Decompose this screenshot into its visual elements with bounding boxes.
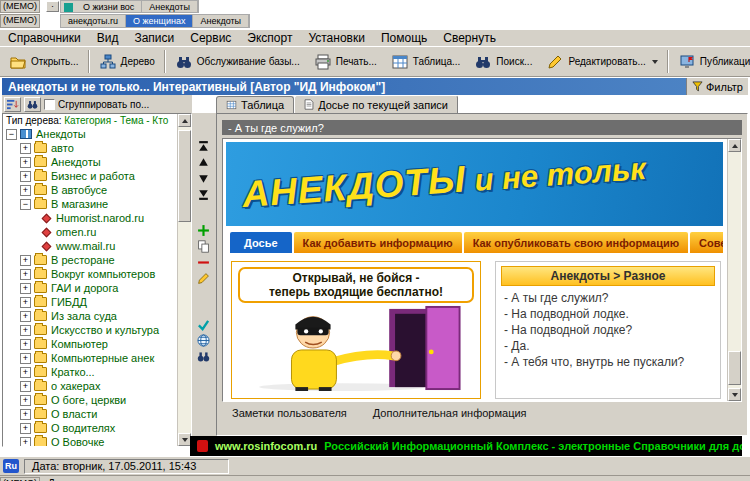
tree-item[interactable]: ГИБДД — [3, 295, 191, 309]
tree-item[interactable]: О Вовочке — [3, 435, 191, 447]
menu-servis[interactable]: Сервис — [182, 31, 239, 45]
menu-svernut[interactable]: Свернуть — [435, 31, 504, 45]
sort-button[interactable] — [4, 97, 21, 112]
web-tab-add-info[interactable]: Как добавить информацию — [294, 232, 462, 253]
expand-icon[interactable] — [20, 143, 31, 154]
tree-item[interactable]: О водителях — [3, 421, 191, 435]
first-record-button[interactable] — [196, 139, 213, 154]
expand-icon[interactable] — [20, 269, 31, 280]
tab-table[interactable]: Таблица — [216, 96, 294, 113]
user-notes-tab[interactable]: Заметки пользователя — [232, 407, 347, 419]
db-maintenance-button[interactable]: Обслуживание базы... — [168, 47, 307, 76]
collapse-icon[interactable] — [20, 199, 31, 210]
web-tab-dossier[interactable]: Досье — [230, 232, 292, 253]
expand-icon[interactable] — [20, 325, 31, 336]
scroll-up-button[interactable] — [178, 114, 191, 127]
memo-cell[interactable]: О жизни вос — [76, 1, 142, 12]
expand-icon[interactable] — [20, 171, 31, 182]
tab-dossier[interactable]: Досье по текущей записи — [294, 95, 458, 113]
find-button[interactable] — [24, 97, 41, 112]
group-checkbox[interactable] — [44, 99, 55, 110]
expand-icon[interactable] — [20, 395, 31, 406]
globe-button[interactable] — [196, 333, 213, 348]
tree-item[interactable]: Бизнес и работа — [3, 169, 191, 183]
prev-record-button[interactable] — [196, 155, 213, 170]
tree-item[interactable]: авто — [3, 141, 191, 155]
memo-cell[interactable]: Анекдоты — [142, 1, 198, 12]
tree-item[interactable]: Кратко... — [3, 365, 191, 379]
copy-record-button[interactable] — [196, 239, 213, 254]
expand-icon[interactable] — [20, 409, 31, 420]
next-record-button[interactable] — [196, 171, 213, 186]
memo-window-title[interactable]: (MEMO) — [0, 0, 40, 13]
tree-item[interactable]: В ресторане — [3, 253, 191, 267]
web-tab-tips[interactable]: Советы — [690, 232, 723, 253]
table-button[interactable]: Таблица... — [384, 47, 468, 76]
publish-button[interactable]: Публикация — [671, 47, 750, 76]
last-record-button[interactable] — [196, 187, 213, 202]
memo-cell-selected[interactable]: О женщинах — [126, 15, 193, 27]
menu-vid[interactable]: Вид — [89, 31, 127, 45]
expand-icon[interactable] — [20, 283, 31, 294]
scrollbar-thumb[interactable] — [178, 130, 191, 222]
footer-url-link[interactable]: www.rosinfocom.ru — [215, 440, 317, 452]
tree-item[interactable]: omen.ru — [3, 225, 191, 239]
expand-icon[interactable] — [20, 367, 31, 378]
tree-item[interactable]: О власти — [3, 407, 191, 421]
tree-item[interactable]: О боге, церкви — [3, 393, 191, 407]
expand-icon[interactable] — [20, 437, 31, 448]
tree-item[interactable]: Анекдоты — [3, 127, 191, 141]
tree-item[interactable]: Компьютер — [3, 337, 191, 351]
delete-record-button[interactable] — [196, 255, 213, 270]
expand-icon[interactable] — [20, 381, 31, 392]
memo-dot-button[interactable]: · — [46, 1, 59, 12]
expand-icon[interactable] — [20, 339, 31, 350]
tree-scrollbar[interactable] — [177, 114, 191, 446]
tree-item[interactable]: о хакерах — [3, 379, 191, 393]
edit-button[interactable]: Редактировать... — [539, 47, 664, 76]
memo-window-title[interactable]: (MEMO) — [0, 14, 40, 28]
language-indicator[interactable]: Ru — [3, 459, 19, 473]
collapse-icon[interactable] — [6, 129, 17, 140]
print-button[interactable]: Печать... — [307, 47, 384, 76]
expand-icon[interactable] — [20, 185, 31, 196]
menu-eksport[interactable]: Экспорт — [239, 31, 300, 45]
tree-item[interactable]: www.mail.ru — [3, 239, 191, 253]
expand-icon[interactable] — [20, 297, 31, 308]
tree-item[interactable]: Вокруг компьютеров — [3, 267, 191, 281]
expand-icon[interactable] — [20, 255, 31, 266]
expand-icon[interactable] — [20, 311, 31, 322]
tree-item[interactable]: ГАИ и дорога — [3, 281, 191, 295]
menu-ustanovki[interactable]: Установки — [300, 31, 372, 45]
search-button[interactable]: Поиск... — [467, 47, 539, 76]
expand-icon[interactable] — [20, 423, 31, 434]
open-button[interactable]: Открыть... — [2, 47, 86, 76]
memo-cell[interactable]: анекдоты.ru — [61, 15, 126, 27]
filter-button[interactable]: Фильтр — [686, 78, 748, 95]
add-record-button[interactable] — [196, 223, 213, 238]
web-tab-publish-info[interactable]: Как опубликовать свою информацию — [464, 232, 688, 253]
tree-item[interactable]: Из зала суда — [3, 309, 191, 323]
menu-pomosch[interactable]: Помощь — [373, 31, 435, 45]
menu-spravochniki[interactable]: Справочники — [0, 31, 89, 45]
tree-item[interactable]: В магазине — [3, 197, 191, 211]
extra-info-tab[interactable]: Дополнительная информация — [373, 407, 527, 419]
tree-item[interactable]: Искусство и культура — [3, 323, 191, 337]
tree-item[interactable]: В автобусе — [3, 183, 191, 197]
chevron-down-icon[interactable] — [652, 60, 658, 64]
scroll-down-button[interactable] — [728, 388, 741, 401]
tree-button[interactable]: Дерево — [92, 47, 162, 76]
expand-icon[interactable] — [20, 353, 31, 364]
find-record-button[interactable] — [196, 349, 213, 364]
tree-item[interactable]: Компьютерные анек — [3, 351, 191, 365]
web-scrollbar[interactable] — [727, 139, 741, 401]
menu-zapisi[interactable]: Записи — [126, 31, 182, 45]
scroll-up-button[interactable] — [728, 139, 741, 152]
scrollbar-thumb[interactable] — [728, 351, 741, 385]
memo-cell[interactable]: Анекдоты — [193, 15, 249, 27]
tree-item[interactable]: Humorist.narod.ru — [3, 211, 191, 225]
memo-window-title[interactable]: (MEMO) — [0, 477, 40, 481]
expand-icon[interactable] — [20, 157, 31, 168]
apply-button[interactable] — [196, 317, 213, 332]
tree-item[interactable]: Анекдоты — [3, 155, 191, 169]
